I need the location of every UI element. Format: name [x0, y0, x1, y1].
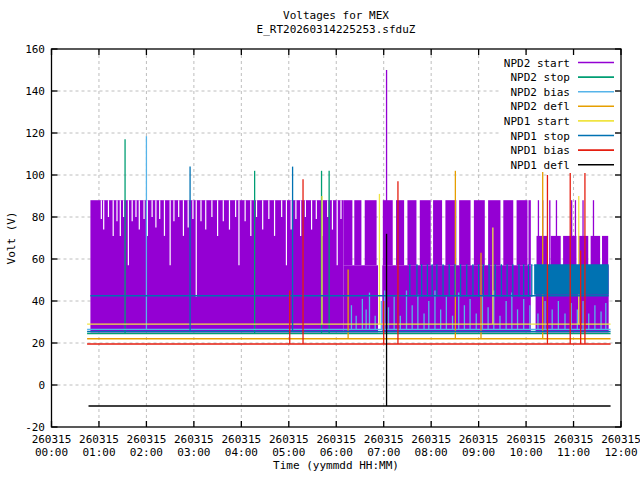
voltage-chart: NPD2 startNPD2 stopNPD2 biasNPD2 deflNPD…	[0, 0, 640, 480]
x-tick-label-date: 260315	[554, 433, 594, 446]
x-tick-label-date: 260315	[79, 433, 119, 446]
legend-label: NPD1 bias	[510, 144, 570, 157]
x-tick-label-date: 260315	[411, 433, 451, 446]
x-tick-label-time: 12:00	[604, 446, 637, 459]
y-tick-label: 60	[32, 253, 45, 266]
series-column	[365, 200, 377, 265]
chart-title: Voltages for MEX	[283, 9, 389, 22]
legend-label: NPD1 stop	[510, 130, 570, 143]
legend-label: NPD2 defl	[510, 100, 570, 113]
y-tick-label: 140	[25, 85, 45, 98]
legend: NPD2 startNPD2 stopNPD2 biasNPD2 deflNPD…	[500, 54, 614, 172]
x-tick-label-date: 260315	[316, 433, 356, 446]
x-tick-label-date: 260315	[364, 433, 404, 446]
y-tick-label: -20	[25, 421, 45, 434]
series-column	[420, 200, 431, 265]
series-column	[488, 200, 500, 265]
x-tick-label-date: 260315	[32, 433, 72, 446]
x-tick-label-date: 260315	[269, 433, 309, 446]
voltage-chart-figure: NPD2 startNPD2 stopNPD2 biasNPD2 deflNPD…	[0, 0, 640, 480]
series-column	[433, 200, 442, 265]
legend-label: NPD1 defl	[510, 159, 570, 172]
legend-label: NPD2 bias	[510, 86, 570, 99]
series-column	[528, 200, 530, 265]
x-tick-label-date: 260315	[601, 433, 640, 446]
x-tick-label-time: 04:00	[225, 446, 258, 459]
series-column	[517, 200, 528, 265]
series-column	[474, 200, 485, 265]
x-tick-label-time: 05:00	[272, 446, 305, 459]
chart-subtitle: E_RT20260314225253.sfduZ	[257, 23, 416, 36]
x-tick-label-time: 11:00	[557, 446, 590, 459]
series-column	[602, 236, 608, 265]
legend-label: NPD2 stop	[510, 71, 570, 84]
y-tick-label: 160	[25, 43, 45, 56]
y-tick-label: 0	[38, 379, 45, 392]
x-tick-label-time: 06:00	[320, 446, 353, 459]
series-column	[343, 200, 352, 265]
series-column	[591, 236, 600, 265]
x-tick-label-time: 08:00	[415, 446, 448, 459]
x-tick-label-time: 09:00	[462, 446, 495, 459]
x-axis-title: Time (yymmdd HH:MM)	[273, 459, 399, 472]
x-tick-label-time: 07:00	[367, 446, 400, 459]
series-column	[354, 200, 361, 265]
series-column	[503, 200, 513, 265]
x-tick-label-time: 03:00	[177, 446, 210, 459]
series-block	[534, 264, 609, 294]
y-tick-label: 20	[32, 337, 45, 350]
series-column	[445, 200, 456, 265]
legend-label: NPD2 start	[504, 57, 570, 70]
y-tick-label: 80	[32, 211, 45, 224]
y-tick-label: 100	[25, 169, 45, 182]
x-tick-label-date: 260315	[127, 433, 167, 446]
x-tick-label-time: 01:00	[82, 446, 115, 459]
legend-label: NPD1 start	[504, 115, 570, 128]
series-column	[551, 236, 561, 265]
x-tick-label-time: 02:00	[130, 446, 163, 459]
x-tick-label-date: 260315	[506, 433, 546, 446]
y-axis-title: Volt (V)	[5, 212, 18, 265]
series-column	[407, 200, 416, 265]
series-column	[383, 200, 393, 265]
x-tick-label-date: 260315	[174, 433, 214, 446]
x-tick-label-date: 260315	[221, 433, 261, 446]
y-tick-label: 40	[32, 295, 45, 308]
y-tick-label: 120	[25, 127, 45, 140]
x-tick-label-date: 260315	[459, 433, 499, 446]
x-tick-label-time: 00:00	[35, 446, 68, 459]
series-column	[396, 200, 404, 265]
series-column	[459, 200, 470, 265]
x-tick-label-time: 10:00	[510, 446, 543, 459]
